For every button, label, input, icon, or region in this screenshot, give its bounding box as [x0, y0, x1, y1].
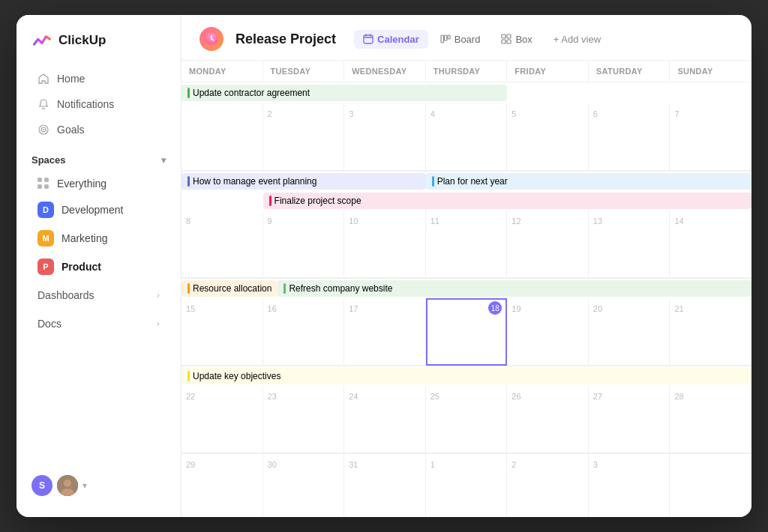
- date-cell-today[interactable]: 18: [426, 298, 508, 366]
- day-header-thursday: Thursday: [426, 61, 508, 82]
- marketing-badge: M: [38, 230, 54, 247]
- bell-icon: [38, 98, 50, 110]
- date-cell[interactable]: 7: [670, 103, 752, 171]
- date-cell[interactable]: 22: [182, 386, 263, 453]
- user-area[interactable]: S ▾: [16, 466, 181, 505]
- dashboards-arrow-icon: ›: [157, 290, 160, 300]
- date-cell[interactable]: 10: [344, 211, 426, 278]
- target-icon: [38, 124, 50, 136]
- date-cell[interactable]: 15: [182, 298, 263, 366]
- date-cell[interactable]: [182, 103, 263, 171]
- date-cell[interactable]: 28: [670, 386, 752, 453]
- week-row-5: 29 30 31 1 2 3: [182, 454, 752, 517]
- date-cell[interactable]: 4: [426, 103, 508, 171]
- date-cell[interactable]: 25: [426, 386, 508, 453]
- sidebar: ClickUp Home Notifications Goals Space: [16, 15, 182, 517]
- view-tabs: Calendar Board: [354, 30, 610, 49]
- product-label: Product: [62, 261, 101, 273]
- sidebar-item-home[interactable]: Home: [22, 67, 175, 91]
- date-cell[interactable]: 29: [182, 454, 263, 517]
- day-header-sunday: Sunday: [670, 61, 752, 82]
- tab-box[interactable]: Box: [492, 30, 541, 49]
- home-icon: [38, 73, 50, 85]
- event-manage-event-planning[interactable]: How to manage event planning: [182, 173, 426, 190]
- main-content: Release Project Calendar: [182, 15, 752, 517]
- sidebar-item-goals[interactable]: Goals: [22, 118, 175, 142]
- sidebar-item-marketing[interactable]: M Marketing: [22, 225, 175, 252]
- sidebar-item-development[interactable]: D Development: [22, 196, 175, 223]
- date-cell[interactable]: 2: [507, 454, 589, 517]
- date-cell[interactable]: 14: [670, 211, 752, 278]
- week4-events: Update key objectives: [182, 366, 752, 386]
- date-cell[interactable]: 31: [344, 454, 426, 517]
- event-finalize-scope[interactable]: Finalize project scope: [263, 193, 752, 209]
- sidebar-item-docs[interactable]: Docs ›: [22, 310, 175, 337]
- sidebar-item-dashboards[interactable]: Dashboards ›: [22, 282, 175, 309]
- date-cell[interactable]: 1: [426, 454, 508, 517]
- project-title: Release Project: [236, 31, 336, 47]
- sidebar-item-home-label: Home: [57, 73, 85, 85]
- week2-events-row2: Finalize project scope: [182, 191, 752, 211]
- week1-events: Update contractor agreement: [182, 82, 752, 103]
- day-header-monday: Monday: [182, 61, 263, 82]
- docs-arrow-icon: ›: [157, 318, 160, 329]
- board-icon: [440, 34, 451, 44]
- week2-dates: 8 9 10 11 12 13 14: [182, 211, 752, 278]
- clickup-logo-icon: [32, 30, 52, 51]
- project-icon: [200, 27, 224, 51]
- tab-calendar[interactable]: Calendar: [354, 30, 428, 49]
- add-view-button[interactable]: + Add view: [544, 30, 610, 49]
- date-cell[interactable]: 13: [589, 211, 670, 278]
- svg-rect-11: [502, 34, 506, 38]
- date-cell[interactable]: 8: [182, 211, 263, 278]
- event-plan-next-year[interactable]: Plan for next year: [426, 173, 752, 190]
- date-cell[interactable]: 12: [507, 211, 589, 278]
- svg-point-2: [43, 129, 44, 130]
- user-photo-icon: [57, 475, 78, 496]
- date-cell[interactable]: 26: [507, 386, 589, 453]
- date-cell[interactable]: 24: [344, 386, 426, 453]
- date-cell[interactable]: 30: [263, 454, 345, 517]
- week4-dates: 22 23 24 25 26 27 28: [182, 386, 752, 453]
- app-name: ClickUp: [58, 33, 106, 48]
- week-row-3: Resource allocation Refresh company webs…: [182, 279, 752, 366]
- development-label: Development: [62, 204, 124, 216]
- sidebar-item-notifications-label: Notifications: [57, 98, 114, 110]
- event-refresh-website[interactable]: Refresh company website: [278, 280, 752, 297]
- sidebar-item-everything[interactable]: Everything: [22, 172, 175, 195]
- box-icon: [501, 34, 512, 44]
- sidebar-item-notifications[interactable]: Notifications: [22, 92, 175, 116]
- date-cell[interactable]: 17: [344, 298, 426, 366]
- user-avatar-1: S: [32, 475, 52, 496]
- spaces-header: Spaces ▾: [16, 142, 181, 172]
- event-resource-allocation[interactable]: Resource allocation: [182, 280, 278, 297]
- sidebar-item-product[interactable]: P Product: [22, 253, 175, 280]
- date-cell[interactable]: 23: [263, 386, 345, 453]
- svg-rect-13: [502, 40, 506, 43]
- day-header-tuesday: Tuesday: [263, 61, 345, 82]
- date-cell[interactable]: 20: [589, 298, 670, 366]
- event-update-contractor[interactable]: Update contractor agreement: [182, 85, 507, 101]
- user-dropdown-arrow-icon[interactable]: ▾: [82, 480, 87, 491]
- calendar-area: Monday Tuesday Wednesday Thursday Friday…: [182, 61, 752, 517]
- week-row-4: Update key objectives 22 23 24 25 26 27 …: [182, 366, 752, 454]
- date-cell[interactable]: 3: [589, 454, 670, 517]
- date-cell[interactable]: 2: [263, 103, 345, 171]
- spaces-chevron-icon[interactable]: ▾: [161, 155, 166, 166]
- date-cell[interactable]: 19: [507, 298, 589, 366]
- date-cell[interactable]: 27: [589, 386, 670, 453]
- svg-rect-9: [444, 35, 447, 40]
- date-cell[interactable]: [670, 454, 752, 517]
- date-cell[interactable]: 9: [263, 211, 345, 278]
- date-cell[interactable]: 16: [263, 298, 345, 366]
- everything-label: Everything: [57, 178, 106, 190]
- date-cell[interactable]: 11: [426, 211, 508, 278]
- tab-board[interactable]: Board: [431, 30, 490, 49]
- day-header-wednesday: Wednesday: [344, 61, 426, 82]
- week3-events-row1: Resource allocation Refresh company webs…: [182, 279, 752, 298]
- date-cell[interactable]: 3: [344, 103, 426, 171]
- date-cell[interactable]: 21: [670, 298, 752, 366]
- date-cell[interactable]: 6: [589, 103, 670, 171]
- date-cell[interactable]: 5: [507, 103, 589, 171]
- event-update-key-objectives[interactable]: Update key objectives: [182, 368, 752, 384]
